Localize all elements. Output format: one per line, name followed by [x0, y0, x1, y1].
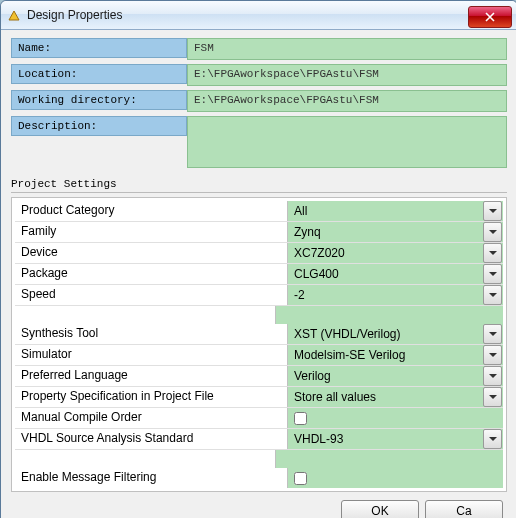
manual-compile-checkbox-cell — [287, 408, 503, 428]
dropdown-icon[interactable] — [483, 201, 502, 221]
property-spec-label: Property Specification in Project File — [15, 387, 287, 407]
product-category-label: Product Category — [15, 201, 287, 221]
row-simulator: Simulator Modelsim-SE Verilog — [15, 345, 503, 366]
package-label: Package — [15, 264, 287, 284]
row-device: Device XC7Z020 — [15, 243, 503, 264]
ok-button[interactable]: OK — [341, 500, 419, 518]
row-speed: Speed -2 — [15, 285, 503, 306]
vhdl-std-select[interactable]: VHDL-93 — [287, 429, 503, 449]
row-preferred-language: Preferred Language Verilog — [15, 366, 503, 387]
location-label: Location: — [11, 64, 187, 84]
dropdown-icon[interactable] — [483, 345, 502, 365]
section-header: Project Settings — [11, 178, 507, 193]
row-synthesis-tool: Synthesis Tool XST (VHDL/Verilog) — [15, 324, 503, 345]
description-label: Description: — [11, 116, 187, 136]
message-filtering-label: Enable Message Filtering — [15, 468, 287, 488]
row-family: Family Zynq — [15, 222, 503, 243]
vhdl-std-label: VHDL Source Analysis Standard — [15, 429, 287, 449]
button-row: OK Ca — [11, 492, 507, 518]
device-label: Device — [15, 243, 287, 263]
row-vhdl-std: VHDL Source Analysis Standard VHDL-93 — [15, 429, 503, 450]
dialog-content: Name: FSM Location: E:\FPGAworkspace\FPG… — [1, 30, 516, 518]
dropdown-icon[interactable] — [483, 285, 502, 305]
row-package: Package CLG400 — [15, 264, 503, 285]
workdir-label: Working directory: — [11, 90, 187, 110]
app-icon — [7, 8, 21, 22]
row-property-spec: Property Specification in Project File S… — [15, 387, 503, 408]
dialog-window: Design Properties Name: FSM Location: E:… — [0, 0, 516, 518]
synthesis-tool-select[interactable]: XST (VHDL/Verilog) — [287, 324, 503, 344]
settings-grid: Product Category All Family Zynq Device … — [11, 197, 507, 492]
manual-compile-label: Manual Compile Order — [15, 408, 287, 428]
family-label: Family — [15, 222, 287, 242]
titlebar[interactable]: Design Properties — [1, 1, 516, 30]
manual-compile-checkbox[interactable] — [294, 412, 307, 425]
window-title: Design Properties — [27, 8, 468, 22]
dropdown-icon[interactable] — [483, 243, 502, 263]
family-select[interactable]: Zynq — [287, 222, 503, 242]
synthesis-tool-label: Synthesis Tool — [15, 324, 287, 344]
preferred-language-select[interactable]: Verilog — [287, 366, 503, 386]
device-select[interactable]: XC7Z020 — [287, 243, 503, 263]
close-button[interactable] — [468, 6, 512, 28]
product-category-select[interactable]: All — [287, 201, 503, 221]
property-spec-select[interactable]: Store all values — [287, 387, 503, 407]
name-label: Name: — [11, 38, 187, 58]
name-field[interactable]: FSM — [187, 38, 507, 60]
cancel-button[interactable]: Ca — [425, 500, 503, 518]
description-field[interactable] — [187, 116, 507, 168]
message-filtering-checkbox[interactable] — [294, 472, 307, 485]
dropdown-icon[interactable] — [483, 387, 502, 407]
simulator-label: Simulator — [15, 345, 287, 365]
message-filtering-checkbox-cell — [287, 468, 503, 488]
package-select[interactable]: CLG400 — [287, 264, 503, 284]
dropdown-icon[interactable] — [483, 429, 502, 449]
location-field: E:\FPGAworkspace\FPGAstu\FSM — [187, 64, 507, 86]
close-icon — [485, 12, 495, 22]
dropdown-icon[interactable] — [483, 222, 502, 242]
speed-label: Speed — [15, 285, 287, 305]
dropdown-icon[interactable] — [483, 366, 502, 386]
row-product-category: Product Category All — [15, 201, 503, 222]
preferred-language-label: Preferred Language — [15, 366, 287, 386]
workdir-field: E:\FPGAworkspace\FPGAstu\FSM — [187, 90, 507, 112]
simulator-select[interactable]: Modelsim-SE Verilog — [287, 345, 503, 365]
dropdown-icon[interactable] — [483, 324, 502, 344]
spacer-row — [15, 306, 503, 324]
spacer-row — [15, 450, 503, 468]
dropdown-icon[interactable] — [483, 264, 502, 284]
row-message-filtering: Enable Message Filtering — [15, 468, 503, 488]
speed-select[interactable]: -2 — [287, 285, 503, 305]
row-manual-compile: Manual Compile Order — [15, 408, 503, 429]
